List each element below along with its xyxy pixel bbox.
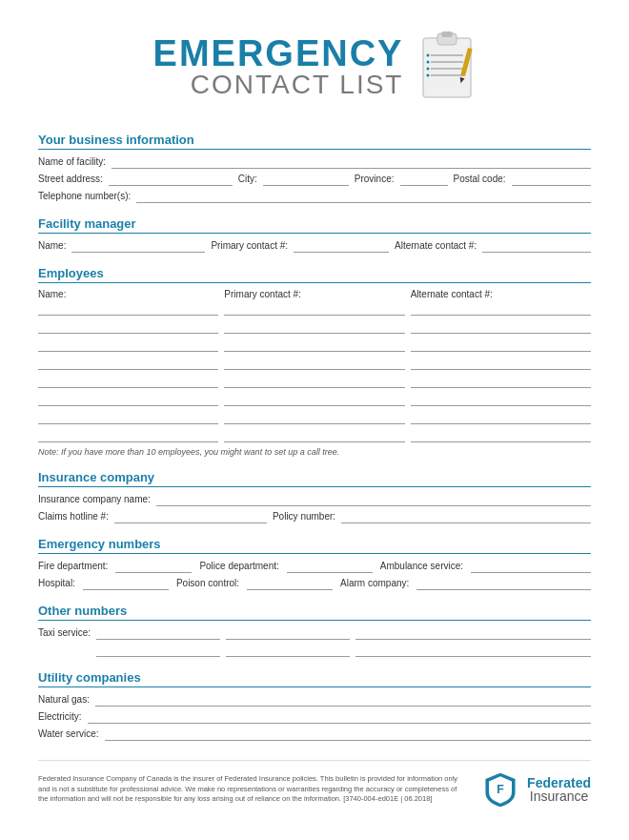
taxi-row: Taxi service: — [38, 626, 591, 640]
emp-name-6[interactable] — [38, 393, 218, 406]
postal-code-input[interactable] — [512, 173, 591, 186]
emp-name-2[interactable] — [38, 320, 218, 334]
taxi-label: Taxi service: — [38, 627, 91, 640]
employees-header: Name: Primary contact #: Alternate conta… — [38, 289, 591, 299]
facility-name-input[interactable] — [112, 155, 591, 169]
header-title: EMERGENCY CONTACT LIST — [153, 35, 404, 98]
other-input-2[interactable] — [226, 644, 350, 657]
emp-primary-8[interactable] — [224, 429, 404, 442]
facility-name-label: Name of facility: — [38, 156, 106, 169]
emp-alternate-6[interactable] — [411, 393, 591, 406]
emp-primary-header: Primary contact #: — [224, 289, 404, 299]
page: EMERGENCY CONTACT LIST — [0, 0, 629, 840]
table-row — [38, 393, 591, 406]
emp-alternate-1[interactable] — [411, 302, 591, 316]
claims-input[interactable] — [114, 510, 267, 523]
fire-label: Fire department: — [38, 561, 108, 573]
employees-table: Name: Primary contact #: Alternate conta… — [38, 289, 591, 442]
ambulance-label: Ambulance service: — [380, 561, 463, 573]
taxi-input-3[interactable] — [355, 626, 591, 640]
svg-point-8 — [427, 61, 430, 64]
manager-name-label: Name: — [38, 240, 66, 253]
telephone-label: Telephone number(s): — [38, 191, 131, 203]
insurance-company-row: Insurance company name: — [38, 493, 591, 506]
table-row — [38, 411, 591, 424]
emp-primary-2[interactable] — [224, 320, 404, 334]
other-numbers-section: Other numbers Taxi service: Taxi service… — [38, 604, 591, 657]
emp-name-3[interactable] — [38, 338, 218, 352]
province-input[interactable] — [400, 173, 448, 186]
utility-title: Utility companies — [38, 670, 591, 687]
other-input-1[interactable] — [96, 644, 220, 657]
table-row — [38, 357, 591, 370]
claims-row: Claims hotline #: Policy number: — [38, 510, 591, 523]
electricity-label: Electricity: — [38, 711, 82, 724]
employees-section: Employees Name: Primary contact #: Alter… — [38, 266, 591, 457]
alarm-label: Alarm company: — [340, 578, 409, 590]
hospital-input[interactable] — [83, 577, 169, 590]
insurance-title: Insurance company — [38, 470, 591, 487]
manager-name-input[interactable] — [71, 239, 205, 253]
svg-point-7 — [427, 54, 430, 57]
electricity-input[interactable] — [88, 710, 591, 724]
manager-primary-input[interactable] — [294, 239, 389, 253]
gas-label: Natural gas: — [38, 694, 90, 707]
electricity-row: Electricity: — [38, 710, 591, 724]
emp-alternate-5[interactable] — [411, 375, 591, 388]
alarm-input[interactable] — [416, 577, 591, 590]
business-section-title: Your business information — [38, 133, 591, 150]
table-row — [38, 302, 591, 316]
telephone-input[interactable] — [136, 190, 591, 203]
emp-name-4[interactable] — [38, 357, 218, 370]
table-row — [38, 429, 591, 442]
postal-code-label: Postal code: — [454, 174, 506, 186]
emp-primary-7[interactable] — [224, 411, 404, 424]
table-row — [38, 338, 591, 352]
facility-manager-section: Facility manager Name: Primary contact #… — [38, 216, 591, 253]
taxi-input-2[interactable] — [226, 626, 350, 640]
insurance-section: Insurance company Insurance company name… — [38, 470, 591, 523]
business-section: Your business information Name of facili… — [38, 133, 591, 203]
other-input-3[interactable] — [355, 644, 591, 657]
emp-alternate-4[interactable] — [411, 357, 591, 370]
emp-primary-3[interactable] — [224, 338, 404, 352]
emp-alternate-2[interactable] — [411, 320, 591, 334]
gas-row: Natural gas: — [38, 693, 591, 707]
emergency-numbers-section: Emergency numbers Fire department: Polic… — [38, 537, 591, 590]
employees-note: Note: If you have more than 10 employees… — [38, 447, 591, 457]
insurance-company-input[interactable] — [156, 493, 591, 506]
policy-input[interactable] — [341, 510, 591, 523]
emp-name-8[interactable] — [38, 429, 218, 442]
emp-primary-1[interactable] — [224, 302, 404, 316]
city-input[interactable] — [263, 173, 349, 186]
emergency-title: EMERGENCY — [153, 35, 404, 72]
police-input[interactable] — [287, 560, 373, 573]
emp-name-7[interactable] — [38, 411, 218, 424]
emp-primary-6[interactable] — [224, 393, 404, 406]
emp-alternate-3[interactable] — [411, 338, 591, 352]
street-address-input[interactable] — [109, 173, 233, 186]
street-address-label: Street address: — [38, 174, 103, 186]
telephone-row: Telephone number(s): — [38, 190, 591, 203]
emp-primary-4[interactable] — [224, 357, 404, 370]
water-input[interactable] — [105, 727, 591, 741]
manager-alternate-input[interactable] — [482, 239, 591, 253]
emp-alternate-header: Alternate contact #: — [411, 289, 591, 299]
emp-name-5[interactable] — [38, 375, 218, 388]
manager-primary-label: Primary contact #: — [211, 240, 288, 253]
taxi-input-1[interactable] — [96, 626, 220, 640]
svg-point-9 — [427, 68, 430, 71]
hospital-label: Hospital: — [38, 578, 75, 590]
poison-input[interactable] — [247, 577, 333, 590]
province-label: Province: — [355, 174, 395, 186]
ambulance-input[interactable] — [471, 560, 591, 573]
fire-input[interactable] — [115, 560, 192, 573]
emp-alternate-8[interactable] — [411, 429, 591, 442]
emp-name-1[interactable] — [38, 302, 218, 316]
manager-row: Name: Primary contact #: Alternate conta… — [38, 239, 591, 253]
emp-alternate-7[interactable] — [411, 411, 591, 424]
contact-list-title: CONTACT LIST — [153, 72, 404, 98]
emp-primary-5[interactable] — [224, 375, 404, 388]
gas-input[interactable] — [95, 693, 591, 707]
svg-rect-2 — [441, 31, 453, 37]
